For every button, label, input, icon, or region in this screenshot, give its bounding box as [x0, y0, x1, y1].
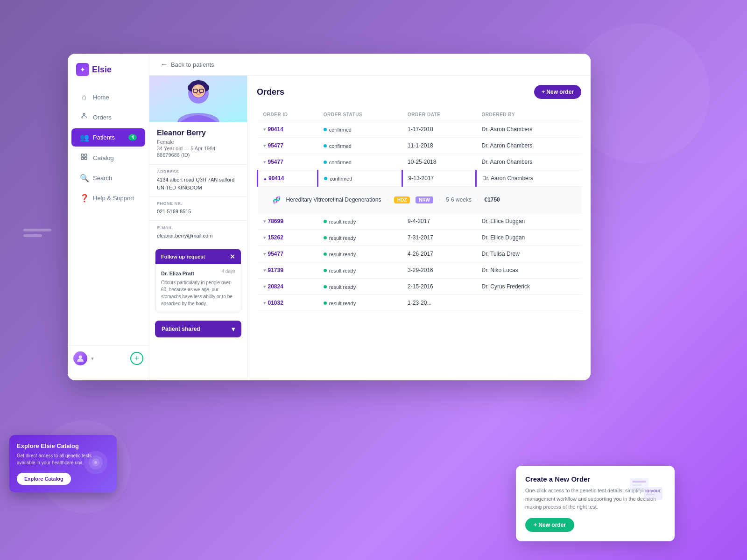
- order-date: 11-1-2018: [402, 138, 476, 154]
- sidebar-bottom: ▼ +: [68, 345, 149, 371]
- table-row: ▾91739 result ready 3-29-2016 Dr. Niko L…: [258, 262, 582, 279]
- patient-id: 88679686 (ID): [157, 152, 240, 158]
- patient-shared-label: Patient shared: [162, 326, 200, 332]
- patient-shared-button[interactable]: Patient shared ▾: [155, 321, 241, 337]
- status-text: result ready: [329, 219, 356, 224]
- table-row: ▾78699 result ready 9-4-2017 Dr. Ellice …: [258, 213, 582, 230]
- order-id-link[interactable]: 95477: [268, 159, 283, 165]
- row-chevron-icon: ▾: [263, 300, 266, 306]
- status-text: confirmed: [330, 176, 352, 182]
- order-date: 9-4-2017: [402, 213, 476, 230]
- explore-catalog-button[interactable]: Explore Catalog: [17, 473, 71, 485]
- table-row: ▾90414 confirmed 1-17-2018 Dr. Aaron Cha…: [258, 121, 582, 138]
- status-badge: result ready: [324, 268, 356, 273]
- svg-point-21: [94, 461, 97, 464]
- phone-value: 021 5169 8515: [157, 208, 240, 216]
- svg-rect-4: [81, 157, 84, 160]
- status-badge: result ready: [324, 284, 356, 290]
- order-id-link[interactable]: 01032: [268, 300, 283, 306]
- explore-catalog-popup: Explore Elsie Catalog Get direct access …: [9, 435, 117, 492]
- row-chevron-icon: ▾: [263, 143, 266, 148]
- sidebar-item-orders[interactable]: Orders: [71, 108, 145, 126]
- followup-header: Follow up request ✕: [155, 249, 241, 264]
- expanded-detail: 🧬 Hereditary Vitreoretinal Degenerations…: [263, 191, 576, 208]
- row-chevron-icon: ▾: [263, 251, 266, 257]
- email-value: eleanor.berry@mail.com: [157, 232, 240, 240]
- patients-badge: 4: [128, 134, 137, 140]
- col-order-date: ORDER DATE: [402, 108, 476, 121]
- row-chevron-icon: ▾: [263, 284, 266, 289]
- status-text: confirmed: [329, 143, 352, 149]
- top-bar: ← Back to patients: [149, 54, 591, 76]
- phone-label: PHONE NR.: [157, 201, 240, 206]
- order-id-link[interactable]: 78699: [268, 218, 283, 224]
- ordered-by: Dr. Aaron Chambers: [476, 121, 581, 138]
- sidebar-item-search[interactable]: 🔍 Search: [71, 169, 145, 187]
- sidebar-item-catalog[interactable]: Catalog: [71, 148, 145, 167]
- detail-test-name: Hereditary Vitreoretinal Degenerations: [286, 196, 381, 203]
- table-header-row: ORDER ID ORDER STATUS ORDER DATE ORDERED…: [258, 108, 582, 121]
- status-dot: [324, 252, 327, 256]
- new-order-button[interactable]: + New order: [534, 85, 581, 99]
- status-dot: [324, 144, 327, 147]
- order-date: 3-29-2016: [402, 262, 476, 279]
- ordered-by: Dr. Ellice Duggan: [476, 213, 581, 230]
- table-row: ▾95477 confirmed 10-25-2018 Dr. Aaron Ch…: [258, 154, 582, 170]
- app-name: Elsie: [92, 65, 112, 75]
- order-id-link[interactable]: 95477: [268, 251, 283, 257]
- orders-icon: [80, 112, 88, 122]
- status-text: result ready: [329, 252, 356, 257]
- svg-point-6: [79, 356, 82, 359]
- order-id-link[interactable]: 90414: [268, 126, 283, 133]
- table-row: ▾01032 result ready 1-23-20...: [258, 295, 582, 311]
- row-chevron-icon: ▾: [263, 267, 266, 273]
- status-text: confirmed: [329, 160, 352, 165]
- status-dot: [324, 285, 327, 288]
- sidebar-item-help[interactable]: ❓ Help & Support: [71, 189, 145, 207]
- status-badge: confirmed: [324, 143, 352, 149]
- country-value: UNITED KINGDOM: [157, 184, 240, 192]
- ordered-by: [476, 295, 581, 311]
- order-date: 9-13-2017: [402, 170, 476, 187]
- sidebar-item-home[interactable]: ⌂ Home: [71, 88, 145, 106]
- add-button[interactable]: +: [130, 352, 143, 365]
- status-text: result ready: [329, 284, 356, 290]
- order-id-link[interactable]: 90414: [268, 175, 284, 182]
- status-text: confirmed: [329, 127, 352, 133]
- content-area: ← Back to patients: [149, 54, 591, 380]
- patient-photo: [149, 76, 247, 122]
- order-id-link[interactable]: 91739: [268, 267, 283, 273]
- followup-days: 4 days: [222, 269, 235, 274]
- svg-point-0: [83, 113, 85, 115]
- status-badge: confirmed: [324, 160, 352, 165]
- create-order-button[interactable]: + New order: [525, 518, 574, 532]
- back-to-patients-link[interactable]: ← Back to patients: [161, 60, 214, 69]
- content-body: Eleanor Berry Female 34 Year old — 5 Apr…: [149, 76, 591, 380]
- order-date: 2-15-2016: [402, 279, 476, 295]
- order-date: 1-23-20...: [402, 295, 476, 311]
- sidebar-item-patients[interactable]: 👥 Patients 4: [71, 128, 145, 147]
- user-dropdown-icon[interactable]: ▼: [90, 356, 95, 361]
- order-id-link[interactable]: 95477: [268, 142, 283, 149]
- order-date: 10-25-2018: [402, 154, 476, 170]
- table-row: ▾15262 result ready 7-31-2017 Dr. Ellice…: [258, 230, 582, 246]
- row-chevron-icon: ▾: [263, 218, 266, 224]
- ordered-by: Dr. Aaron Chambers: [476, 170, 581, 187]
- followup-close-icon[interactable]: ✕: [230, 253, 235, 260]
- svg-point-14: [192, 84, 205, 98]
- orders-table: ORDER ID ORDER STATUS ORDER DATE ORDERED…: [257, 108, 581, 311]
- order-id-link[interactable]: 20824: [268, 283, 283, 290]
- ordered-by: Dr. Cyrus Frederick: [476, 279, 581, 295]
- order-id-link[interactable]: 15262: [268, 234, 283, 241]
- address-value: 4134 albert road Q3H 7AN salford: [157, 176, 240, 184]
- followup-card: Follow up request ✕ Dr. Eliza Pratt 4 da…: [155, 249, 241, 312]
- svg-rect-5: [85, 157, 87, 160]
- tag-hdz: HDZ: [394, 196, 410, 203]
- patient-gender: Female: [157, 139, 240, 145]
- patient-name: Eleanor Berry: [157, 129, 240, 137]
- ordered-by: Dr. Aaron Chambers: [476, 138, 581, 154]
- status-badge: result ready: [324, 219, 356, 224]
- row-chevron-icon: ▾: [263, 235, 266, 240]
- patient-panel: Eleanor Berry Female 34 Year old — 5 Apr…: [149, 76, 247, 380]
- user-avatar[interactable]: [73, 351, 87, 365]
